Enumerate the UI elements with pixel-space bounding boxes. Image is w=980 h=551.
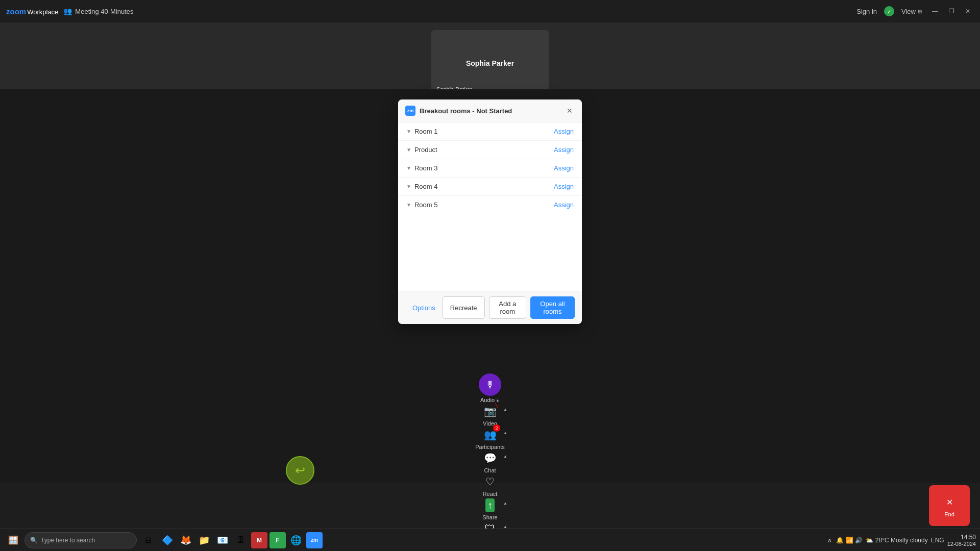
dialog-body: ▼ Room 1 Assign ▼ Product Assign ▼ Room … [398,122,582,291]
task-view-button[interactable]: ⊟ [139,531,157,549]
room-row-room3[interactable]: ▼ Room 3 Assign [398,159,582,178]
windows-start-button[interactable]: 🪟 [4,531,22,549]
weather-info: ⛅ 28°C Mostly cloudy [866,537,928,544]
room-row-left: ▼ Room 4 [406,183,437,190]
room-row-room1[interactable]: ▼ Room 1 Assign [398,122,582,141]
window-controls: — ❐ ✕ [929,5,974,17]
weather-icon: ⛅ [866,537,873,544]
chat-label: Chat [484,467,496,473]
participants-icon: 👥 2 [482,427,498,443]
audio-label: Audio [480,397,495,403]
sign-in-button[interactable]: Sign in [856,8,877,15]
dialog-title-area: zm Breakout rooms - Not Started [405,106,512,116]
taskbar-explorer-icon[interactable]: 📁 [196,532,212,548]
shield-icon: ✓ [884,6,894,16]
room-assign-button[interactable]: Assign [554,146,574,154]
close-button[interactable]: ✕ [962,5,974,17]
tray-icons: 🔔 📶 🔊 [836,537,863,544]
chat-button[interactable]: 💬 Chat ▲ [470,450,510,473]
dialog-title: Breakout rooms - Not Started [420,107,512,115]
taskbar-chrome-icon[interactable]: 🌐 [288,532,304,548]
dialog-footer: Options Recreate Add a room Open all roo… [398,291,582,324]
share-button[interactable]: ↑ Share ▲ [470,497,510,520]
video-button[interactable]: 📷 ╲ Video ▲ [470,403,510,427]
windows-taskbar: 🪟 🔍 Type here to search ⊟ 🔷 🦊 📁 📧 🗓 M F … [0,529,980,551]
taskbar-app2-icon[interactable]: F [270,532,286,548]
room-assign-button[interactable]: Assign [554,201,574,209]
share-chevron-icon: ▲ [503,501,507,506]
room-name: Room 5 [414,201,438,209]
room-row-left: ▼ Room 3 [406,164,437,172]
title-bar-right: Sign in ✓ View ⊞ — ❐ ✕ [856,5,974,17]
react-label: React [483,491,498,497]
chat-chevron-icon: ▲ [503,454,507,459]
view-button[interactable]: View ⊞ [901,8,922,15]
audio-icon: 🎙 [479,373,501,396]
room-row-room2[interactable]: ▼ Product Assign [398,141,582,159]
room-assign-button[interactable]: Assign [554,164,574,172]
options-button[interactable]: Options [405,301,443,315]
share-label: Share [482,514,497,520]
react-button[interactable]: ♡ React [470,473,510,497]
audio-chevron-icon: ▲ [496,398,500,403]
room-assign-button[interactable]: Assign [554,128,574,135]
room-row-left: ▼ Room 1 [406,128,437,135]
taskbar-firefox-icon[interactable]: 🦊 [178,532,194,548]
room-row-left: ▼ Room 5 [406,201,437,209]
taskbar-search[interactable]: 🔍 Type here to search [24,532,137,548]
taskbar-mail-icon[interactable]: 📧 [214,532,231,548]
title-bar-left: zoomWorkplace 👥 Meeting 40-Minutes [6,7,134,16]
participants-chevron-icon: ▲ [503,431,507,435]
maximize-button[interactable]: ❐ [945,5,958,17]
taskbar-right: ∧ 🔔 📶 🔊 ⛅ 28°C Mostly cloudy ENG 14:50 1… [827,534,976,547]
recreate-button[interactable]: Recreate [443,296,485,319]
floating-reaction: ↩ [286,456,314,485]
language-indicator: ENG [931,537,944,544]
room-name: Room 4 [414,183,438,190]
toolbar: 🎙 Audio ▲ 📷 ╲ Video ▲ 👥 2 Participants ▲… [0,483,980,529]
taskbar-edge-icon[interactable]: 🔷 [159,532,176,548]
dialog-zoom-icon: zm [405,106,415,116]
room-assign-button[interactable]: Assign [554,183,574,190]
zoom-logo: zoomWorkplace [6,7,58,16]
room-row-room4[interactable]: ▼ Room 4 Assign [398,178,582,196]
taskbar-app1-icon[interactable]: M [251,532,267,548]
clock-time: 14:50 [947,534,976,541]
room-name: Product [414,146,437,154]
participants-label: Participants [475,444,504,450]
taskbar-calendar-icon[interactable]: 🗓 [233,532,249,548]
chat-icon: 💬 [482,450,498,466]
audio-button[interactable]: 🎙 Audio ▲ [470,373,510,403]
participant-tile: Sophia Parker Sophia Parker [431,30,549,96]
end-icon: ✕ [941,494,958,510]
share-icon: ↑ [482,497,498,513]
react-icon: ♡ [482,473,498,490]
add-room-button[interactable]: Add a room [489,296,526,319]
room-row-room5[interactable]: ▼ Room 5 Assign [398,196,582,214]
meeting-icon: 👥 [63,7,72,15]
meeting-label: 👥 Meeting 40-Minutes [63,7,133,15]
tray-chevron[interactable]: ∧ [827,537,832,544]
breakout-dialog: zm Breakout rooms - Not Started ✕ ▼ Room… [398,99,582,324]
participant-name-overlay: Sophia Parker [466,59,514,67]
minimize-button[interactable]: — [929,5,941,17]
participants-badge: 2 [493,424,500,432]
room-name: Room 1 [414,128,438,135]
footer-right: Recreate Add a room Open all rooms [443,296,575,319]
room-chevron-icon: ▼ [406,165,411,171]
dialog-header: zm Breakout rooms - Not Started ✕ [398,99,582,122]
open-all-rooms-button[interactable]: Open all rooms [530,296,575,319]
audio-label-row: Audio ▲ [480,397,500,403]
end-button[interactable]: ✕ End [929,485,970,526]
system-tray: ∧ 🔔 📶 🔊 [827,537,863,544]
reaction-emoji: ↩ [295,463,305,478]
taskbar-zoom-icon[interactable]: zm [306,532,323,548]
video-icon: 📷 ╲ [482,403,498,419]
room-chevron-icon: ▼ [406,184,411,189]
dialog-close-button[interactable]: ✕ [565,106,575,116]
room-row-left: ▼ Product [406,146,437,154]
end-label: End [944,511,954,517]
room-name: Room 3 [414,164,438,172]
video-chevron-icon: ▲ [503,407,507,412]
participants-button[interactable]: 👥 2 Participants ▲ [470,427,510,450]
